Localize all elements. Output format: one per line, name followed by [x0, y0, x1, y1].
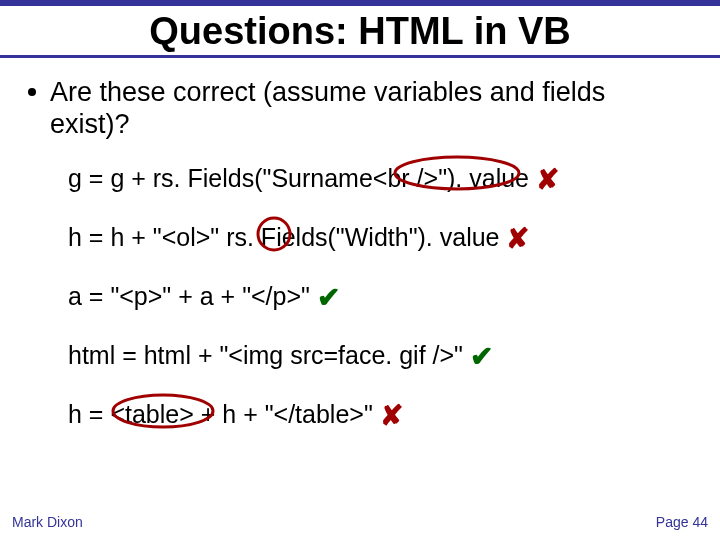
code-line-5: h = <table> + h + "</table>" ✘ — [68, 397, 690, 430]
cross-icon: ✘ — [536, 164, 559, 195]
code-line-2: h = h + "<ol>" rs. Fields("Width"). valu… — [68, 220, 690, 253]
slide-title: Questions: HTML in VB — [0, 10, 720, 53]
cross-icon: ✘ — [380, 400, 403, 431]
top-accent-bar — [0, 0, 720, 6]
bullet-item: Are these correct (assume variables and … — [0, 76, 720, 141]
tick-icon: ✔ — [317, 282, 340, 313]
code-text-1: g = g + rs. Fields("Surname<br />"). val… — [68, 164, 529, 192]
code-text-2: h = h + "<ol>" rs. Fields("Width"). valu… — [68, 223, 500, 251]
code-line-4: html = html + "<img src=face. gif />" ✔ — [68, 338, 690, 371]
tick-icon: ✔ — [470, 341, 493, 372]
code-line-1: g = g + rs. Fields("Surname<br />"). val… — [68, 161, 690, 194]
footer-author: Mark Dixon — [12, 514, 83, 530]
code-block: g = g + rs. Fields("Surname<br />"). val… — [0, 161, 720, 430]
code-line-3: a = "<p>" + a + "</p>" ✔ — [68, 279, 690, 312]
title-underline — [0, 55, 720, 58]
code-text-4: html = html + "<img src=face. gif />" — [68, 341, 463, 369]
bullet-text: Are these correct (assume variables and … — [50, 76, 680, 141]
footer: Mark Dixon Page 44 — [0, 514, 720, 530]
bullet-dot-icon — [28, 88, 36, 96]
code-text-3: a = "<p>" + a + "</p>" — [68, 282, 310, 310]
cross-icon: ✘ — [506, 223, 529, 254]
footer-page: Page 44 — [656, 514, 708, 530]
code-text-5: h = <table> + h + "</table>" — [68, 400, 373, 428]
